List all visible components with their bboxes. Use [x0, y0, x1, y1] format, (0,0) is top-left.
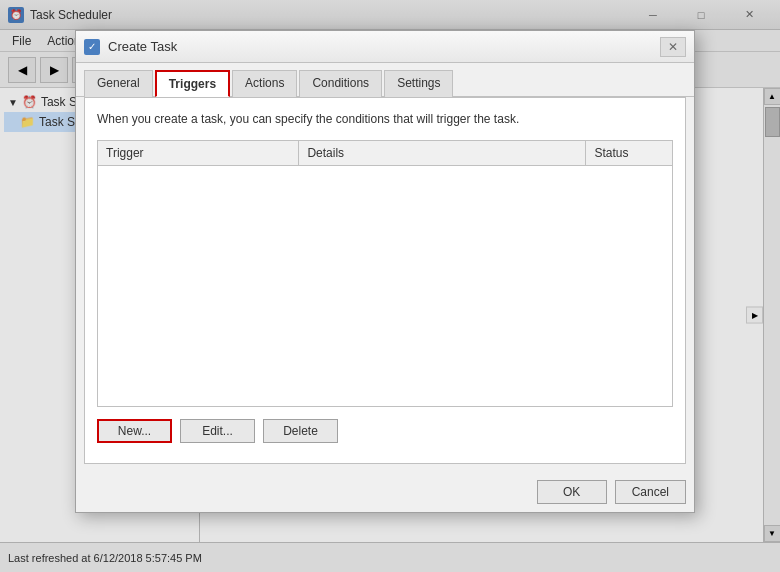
trigger-table-body	[98, 166, 672, 406]
delete-trigger-button[interactable]: Delete	[263, 419, 338, 443]
modal-titlebar: Create Task ✕	[76, 31, 694, 63]
edit-trigger-button[interactable]: Edit...	[180, 419, 255, 443]
tab-general[interactable]: General	[84, 70, 153, 97]
modal-body: When you create a task, you can specify …	[84, 97, 686, 464]
modal-footer: OK Cancel	[76, 472, 694, 512]
cancel-button[interactable]: Cancel	[615, 480, 686, 504]
tab-actions[interactable]: Actions	[232, 70, 297, 97]
tab-triggers[interactable]: Triggers	[155, 70, 230, 97]
modal-description: When you create a task, you can specify …	[97, 110, 673, 128]
table-action-buttons: New... Edit... Delete	[97, 419, 673, 443]
trigger-table: Trigger Details Status	[97, 140, 673, 407]
modal-title: Create Task	[108, 39, 652, 54]
new-trigger-button[interactable]: New...	[97, 419, 172, 443]
tab-conditions[interactable]: Conditions	[299, 70, 382, 97]
modal-icon	[84, 39, 100, 55]
ok-button[interactable]: OK	[537, 480, 607, 504]
tab-settings[interactable]: Settings	[384, 70, 453, 97]
col-header-status: Status	[586, 141, 672, 166]
right-scroll-arrow[interactable]: ▶	[746, 307, 763, 324]
col-header-details: Details	[299, 141, 586, 166]
col-header-trigger: Trigger	[98, 141, 299, 166]
create-task-dialog: Create Task ✕ General Triggers Actions C…	[75, 30, 695, 513]
modal-tabs: General Triggers Actions Conditions Sett…	[76, 63, 694, 97]
modal-close-button[interactable]: ✕	[660, 37, 686, 57]
